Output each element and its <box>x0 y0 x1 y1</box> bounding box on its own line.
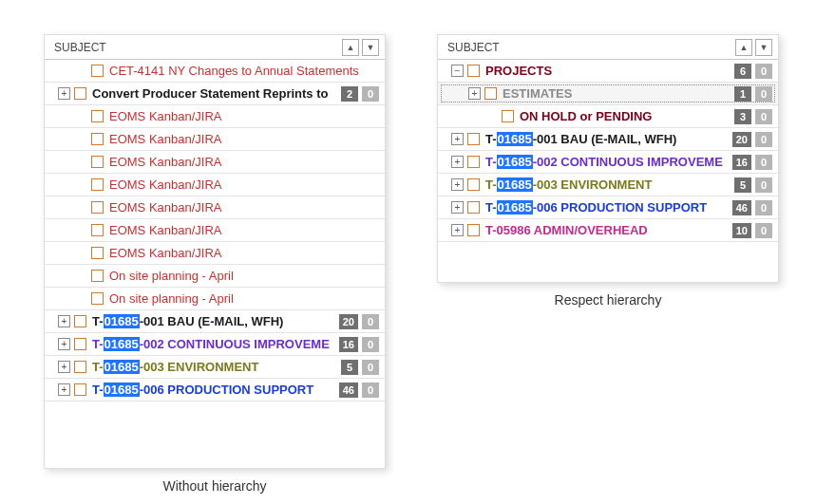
checkbox[interactable] <box>91 133 104 145</box>
ticket-prefix: T- <box>485 177 497 192</box>
expand-placeholder <box>75 247 87 259</box>
count-badge-primary: 16 <box>732 155 751 170</box>
tree-row[interactable]: +T-01685-001 BAU (E-MAIL, WFH)200 <box>438 128 778 151</box>
ticket-prefix: T- <box>92 360 104 374</box>
subject-text: Convert Producer Statement Reprints to <box>92 86 335 101</box>
count-badge-primary: 16 <box>339 337 358 352</box>
tree-row[interactable]: EOMS Kanban/JIRA <box>45 151 385 174</box>
count-badges: 50 <box>341 360 379 375</box>
expand-icon[interactable]: + <box>58 87 70 100</box>
subject-text: EOMS Kanban/JIRA <box>109 155 379 169</box>
count-badge-primary: 5 <box>734 177 751 193</box>
tree-row[interactable]: On site planning - April <box>45 288 385 310</box>
expand-icon[interactable]: + <box>58 315 70 327</box>
collapse-icon[interactable]: − <box>451 65 464 77</box>
ticket-suffix: -003 ENVIRONMENT <box>533 177 653 192</box>
expand-icon[interactable]: + <box>58 338 70 350</box>
ticket-suffix: -001 BAU (E-MAIL, WFH) <box>140 314 284 328</box>
subject-text: EOMS Kanban/JIRA <box>109 132 379 146</box>
ticket-suffix: -003 ENVIRONMENT <box>140 360 259 374</box>
search-highlight: 01685 <box>104 337 140 351</box>
tree-row[interactable]: +T-01685-001 BAU (E-MAIL, WFH)200 <box>45 310 385 333</box>
tree-row[interactable]: EOMS Kanban/JIRA <box>45 242 385 265</box>
expand-icon[interactable]: + <box>58 383 70 396</box>
checkbox[interactable] <box>91 178 104 191</box>
column-header[interactable]: SUBJECT ▲ ▼ <box>45 35 385 60</box>
checkbox[interactable] <box>467 65 480 77</box>
subject-text: CET-4141 NY Changes to Annual Statements <box>109 64 379 78</box>
checkbox[interactable] <box>467 133 480 145</box>
search-highlight: 01685 <box>497 155 533 169</box>
tree-row[interactable]: EOMS Kanban/JIRA <box>45 219 385 242</box>
column-header[interactable]: SUBJECT ▲ ▼ <box>438 35 778 60</box>
checkbox[interactable] <box>467 201 480 214</box>
tree-row[interactable]: +T-01685-003 ENVIRONMENT50 <box>45 356 385 379</box>
tree-row[interactable]: CET-4141 NY Changes to Annual Statements <box>45 60 385 83</box>
checkbox[interactable] <box>74 338 86 350</box>
checkbox[interactable] <box>91 292 104 305</box>
checkbox[interactable] <box>74 87 86 100</box>
subject-text: T-01685-002 CONTINUOUS IMPROVEME <box>92 337 333 351</box>
sort-asc-button[interactable]: ▲ <box>735 39 752 56</box>
checkbox[interactable] <box>502 110 514 122</box>
expand-icon[interactable]: + <box>58 361 70 373</box>
expand-icon[interactable]: + <box>451 156 464 168</box>
checkbox[interactable] <box>91 247 104 259</box>
column-menu-button[interactable]: ▼ <box>755 39 772 56</box>
checkbox[interactable] <box>91 65 104 77</box>
tree-row[interactable]: EOMS Kanban/JIRA <box>45 105 385 128</box>
tree-row[interactable]: EOMS Kanban/JIRA <box>45 196 385 219</box>
checkbox[interactable] <box>74 361 86 373</box>
tree-row[interactable]: EOMS Kanban/JIRA <box>45 174 385 196</box>
subject-text: PROJECTS <box>485 64 729 78</box>
tree-row[interactable]: +T-01685-002 CONTINUOUS IMPROVEME160 <box>45 333 385 356</box>
checkbox[interactable] <box>91 201 104 214</box>
expand-placeholder <box>75 65 87 77</box>
count-badge-primary: 46 <box>732 200 751 215</box>
subject-text: T-01685-006 PRODUCTION SUPPORT <box>485 200 727 215</box>
tree-row[interactable]: +T-01685-002 CONTINUOUS IMPROVEME160 <box>438 151 778 174</box>
count-badge-primary: 46 <box>339 383 358 398</box>
count-badge-primary: 20 <box>732 132 751 147</box>
expand-icon[interactable]: + <box>451 201 464 214</box>
tree-row[interactable]: +T-01685-006 PRODUCTION SUPPORT460 <box>438 196 778 219</box>
tree-row[interactable]: EOMS Kanban/JIRA <box>45 128 385 151</box>
expand-icon[interactable]: + <box>468 87 481 100</box>
expand-icon[interactable]: + <box>451 224 464 236</box>
tree-row[interactable]: −PROJECTS60 <box>438 60 778 83</box>
tree-row[interactable]: ON HOLD or PENDING30 <box>438 105 778 128</box>
tree-row[interactable]: +T-01685-003 ENVIRONMENT50 <box>438 174 778 196</box>
ticket-prefix: T- <box>92 383 104 397</box>
search-highlight: 01685 <box>104 314 140 328</box>
checkbox[interactable] <box>91 110 104 122</box>
checkbox[interactable] <box>91 156 104 168</box>
checkbox[interactable] <box>91 270 104 282</box>
checkbox[interactable] <box>74 383 86 396</box>
ticket-prefix: T- <box>485 200 497 215</box>
expand-icon[interactable]: + <box>451 133 464 145</box>
checkbox[interactable] <box>467 178 480 191</box>
count-badge-secondary: 0 <box>362 383 379 398</box>
tree-row[interactable]: On site planning - April <box>45 265 385 288</box>
ticket-suffix: -006 PRODUCTION SUPPORT <box>533 200 707 215</box>
sort-asc-button[interactable]: ▲ <box>342 39 359 56</box>
ticket-suffix: -001 BAU (E-MAIL, WFH) <box>533 132 677 146</box>
checkbox[interactable] <box>74 315 86 327</box>
tree-row[interactable]: +Convert Producer Statement Reprints to2… <box>45 83 385 105</box>
tree-row[interactable]: +T-01685-006 PRODUCTION SUPPORT460 <box>45 379 385 401</box>
column-menu-button[interactable]: ▼ <box>362 39 379 56</box>
tree-rows-left: CET-4141 NY Changes to Annual Statements… <box>45 60 385 401</box>
checkbox[interactable] <box>484 87 497 100</box>
count-badges: 160 <box>732 155 772 170</box>
search-highlight: 01685 <box>104 360 140 374</box>
expand-placeholder <box>75 224 87 236</box>
expand-placeholder <box>75 292 87 305</box>
expand-placeholder <box>75 156 87 168</box>
count-badge-secondary: 0 <box>755 177 772 193</box>
checkbox[interactable] <box>467 156 480 168</box>
checkbox[interactable] <box>467 224 480 236</box>
checkbox[interactable] <box>91 224 104 236</box>
tree-row[interactable]: +T-05986 ADMIN/OVERHEAD100 <box>438 219 778 242</box>
tree-row[interactable]: +ESTIMATES10 <box>438 83 778 105</box>
expand-icon[interactable]: + <box>451 178 464 191</box>
